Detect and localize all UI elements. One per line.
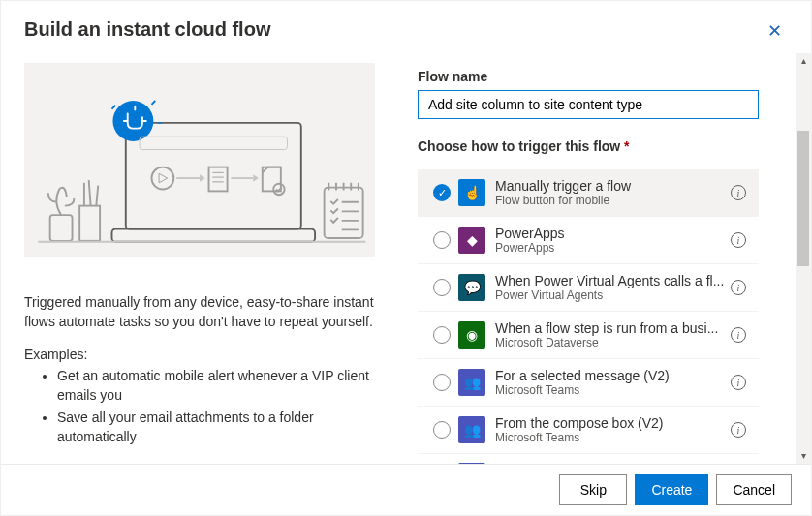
- trigger-checkbox[interactable]: [425, 326, 458, 344]
- example-item: Get an automatic mobile alert whenever a…: [57, 366, 375, 406]
- trigger-title: PowerApps: [495, 226, 726, 241]
- trigger-list: ✓☝Manually trigger a flowFlow button for…: [418, 169, 803, 464]
- info-icon[interactable]: i: [731, 422, 746, 438]
- trigger-subtitle: Microsoft Teams: [495, 383, 726, 397]
- trigger-row[interactable]: 👥From the compose box (V2)Microsoft Team…: [418, 407, 759, 454]
- scroll-down-icon[interactable]: ▾: [796, 448, 811, 464]
- info-icon[interactable]: i: [731, 280, 746, 295]
- svg-rect-8: [209, 167, 228, 192]
- trigger-checkbox[interactable]: ✓: [425, 184, 458, 201]
- trigger-subtitle: Microsoft Teams: [495, 431, 726, 444]
- svg-marker-5: [159, 173, 168, 183]
- svg-rect-1: [112, 228, 316, 241]
- svg-rect-3: [140, 137, 287, 149]
- trigger-row[interactable]: ◉When a flow step is run from a busi...M…: [418, 312, 759, 359]
- close-button[interactable]: ✕: [762, 18, 788, 44]
- examples-heading: Examples:: [24, 347, 375, 362]
- trigger-row[interactable]: 💬When Power Virtual Agents calls a fl...…: [418, 264, 759, 312]
- create-button[interactable]: Create: [635, 474, 708, 505]
- example-item: Save all your email attachments to a fol…: [57, 408, 375, 447]
- trigger-checkbox[interactable]: [425, 374, 458, 391]
- dataverse-icon: ◉: [458, 321, 485, 349]
- scroll-up-icon[interactable]: ▴: [796, 53, 811, 69]
- cancel-button[interactable]: Cancel: [716, 474, 792, 505]
- scroll-thumb[interactable]: [797, 131, 809, 266]
- trigger-title: For a selected message (V2): [495, 368, 726, 383]
- trigger-subtitle: Flow button for mobile: [495, 194, 726, 207]
- svg-rect-17: [50, 215, 73, 241]
- teams-icon: 👥: [458, 416, 485, 443]
- trigger-title: From the compose box (V2): [495, 415, 726, 431]
- info-icon[interactable]: i: [731, 232, 746, 248]
- scrollbar[interactable]: ▴ ▾: [796, 53, 811, 464]
- trigger-row[interactable]: 👥When someone responds to an ada...i: [418, 454, 759, 464]
- info-icon[interactable]: i: [731, 327, 746, 343]
- trigger-title: When Power Virtual Agents calls a fl...: [495, 273, 726, 288]
- svg-marker-13: [253, 174, 259, 182]
- trigger-title: Manually trigger a flow: [495, 178, 726, 194]
- pva-icon: 💬: [458, 274, 485, 301]
- teams-icon: 👥: [458, 369, 485, 396]
- trigger-label: Choose how to trigger this flow *: [418, 138, 803, 154]
- flow-name-input[interactable]: [418, 90, 759, 119]
- trigger-subtitle: PowerApps: [495, 241, 726, 255]
- svg-point-4: [151, 167, 173, 190]
- trigger-checkbox[interactable]: [425, 421, 458, 439]
- svg-marker-7: [200, 174, 205, 182]
- trigger-subtitle: Microsoft Dataverse: [495, 336, 726, 349]
- trigger-title: When a flow step is run from a busi...: [495, 320, 726, 336]
- dialog-title: Build an instant cloud flow: [24, 18, 270, 41]
- trigger-checkbox[interactable]: [425, 279, 458, 296]
- svg-line-20: [89, 180, 91, 206]
- powerapps-icon: ◆: [458, 227, 485, 254]
- svg-rect-18: [79, 206, 100, 241]
- info-icon[interactable]: i: [731, 185, 746, 200]
- trigger-checkbox[interactable]: [425, 231, 458, 249]
- teams-icon: 👥: [458, 463, 485, 464]
- svg-point-2: [112, 101, 153, 141]
- touch-icon: ☝: [458, 179, 485, 206]
- examples-list: Get an automatic mobile alert whenever a…: [24, 366, 375, 448]
- svg-line-21: [96, 186, 98, 206]
- illustration: [24, 63, 375, 257]
- trigger-row[interactable]: ✓☝Manually trigger a flowFlow button for…: [418, 169, 759, 217]
- description-text: Triggered manually from any device, easy…: [24, 293, 375, 331]
- trigger-subtitle: Power Virtual Agents: [495, 288, 726, 302]
- skip-button[interactable]: Skip: [559, 474, 627, 505]
- info-icon[interactable]: i: [731, 375, 746, 390]
- flow-name-label: Flow name: [418, 69, 803, 84]
- trigger-row[interactable]: ◆PowerAppsPowerAppsi: [418, 217, 759, 264]
- trigger-row[interactable]: 👥For a selected message (V2)Microsoft Te…: [418, 359, 759, 407]
